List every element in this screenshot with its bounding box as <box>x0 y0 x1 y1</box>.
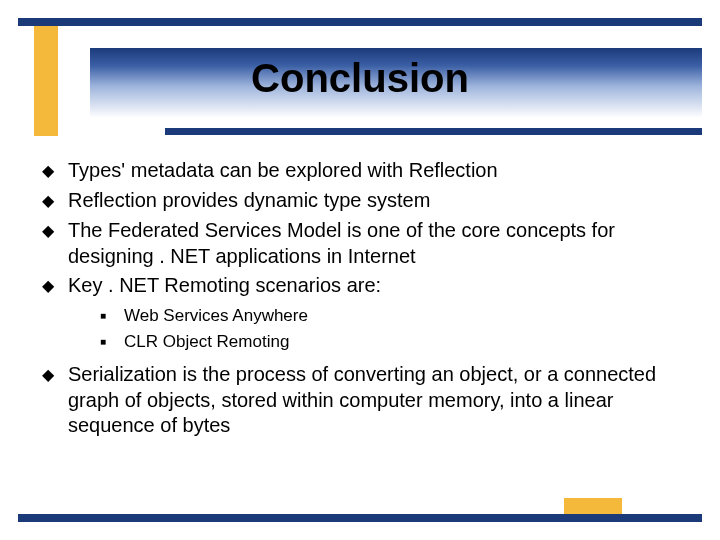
bullet-text: Key . NET Remoting scenarios are: <box>68 273 690 299</box>
bullet-item: ◆ Key . NET Remoting scenarios are: <box>42 273 690 299</box>
title-underline-bar <box>165 128 702 135</box>
bullet-item: ◆ Types' metadata can be explored with R… <box>42 158 690 184</box>
content-area: ◆ Types' metadata can be explored with R… <box>42 158 690 443</box>
top-border-bar <box>18 18 702 26</box>
sub-bullet-text: CLR Object Remoting <box>124 331 690 354</box>
bullet-text: The Federated Services Model is one of t… <box>68 218 690 269</box>
diamond-bullet-icon: ◆ <box>42 273 68 299</box>
sub-bullet-text: Web Services Anywhere <box>124 305 690 328</box>
bullet-item: ◆ Reflection provides dynamic type syste… <box>42 188 690 214</box>
sub-bullet-item: ■ Web Services Anywhere <box>100 305 690 328</box>
square-bullet-icon: ■ <box>100 331 124 353</box>
bullet-item: ◆ Serialization is the process of conver… <box>42 362 690 439</box>
bullet-text: Types' metadata can be explored with Ref… <box>68 158 690 184</box>
bullet-text: Reflection provides dynamic type system <box>68 188 690 214</box>
square-bullet-icon: ■ <box>100 305 124 327</box>
slide: Conclusion ◆ Types' metadata can be expl… <box>0 0 720 540</box>
bullet-item: ◆ The Federated Services Model is one of… <box>42 218 690 269</box>
accent-strip-bottom <box>564 498 622 514</box>
sub-bullet-list: ■ Web Services Anywhere ■ CLR Object Rem… <box>42 305 690 354</box>
diamond-bullet-icon: ◆ <box>42 188 68 214</box>
diamond-bullet-icon: ◆ <box>42 158 68 184</box>
slide-title: Conclusion <box>0 56 720 101</box>
bottom-border-bar <box>18 514 702 522</box>
bullet-text: Serialization is the process of converti… <box>68 362 690 439</box>
sub-bullet-item: ■ CLR Object Remoting <box>100 331 690 354</box>
diamond-bullet-icon: ◆ <box>42 218 68 244</box>
diamond-bullet-icon: ◆ <box>42 362 68 388</box>
